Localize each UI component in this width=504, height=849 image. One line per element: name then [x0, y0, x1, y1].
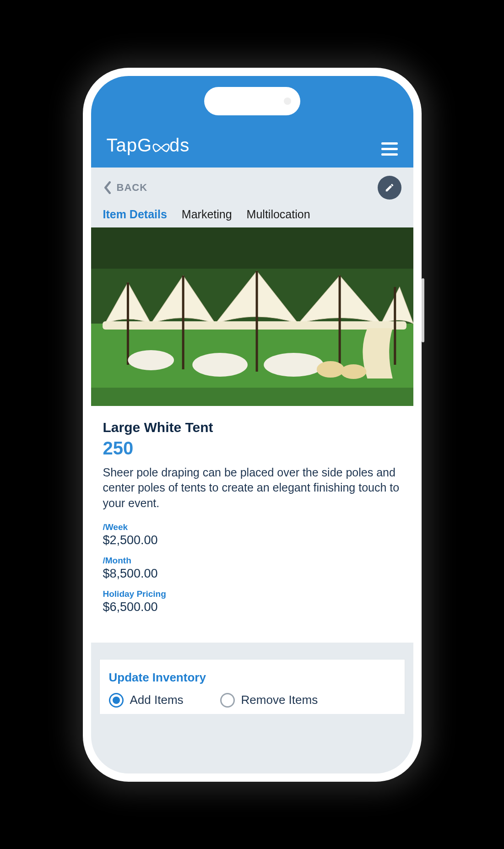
back-button[interactable]: BACK	[103, 181, 148, 194]
edit-button[interactable]	[378, 176, 401, 200]
price-label: /Week	[103, 522, 401, 532]
svg-rect-1	[91, 227, 413, 269]
radio-label: Add Items	[130, 693, 184, 707]
tabs: Item Details Marketing Multilocation	[103, 208, 401, 227]
screen: TapG ds BACK	[91, 76, 413, 773]
app-logo: TapG ds	[107, 135, 190, 156]
logo-infinity-icon	[151, 137, 170, 157]
update-inventory-title: Update Inventory	[109, 671, 396, 685]
price-label: Holiday Pricing	[103, 589, 401, 599]
svg-point-10	[128, 350, 174, 370]
svg-rect-4	[103, 321, 406, 330]
item-details-panel: Large White Tent 250 Sheer pole draping …	[91, 406, 413, 643]
tab-item-details[interactable]: Item Details	[103, 208, 167, 221]
radio-add-items[interactable]: Add Items	[109, 693, 184, 708]
svg-point-14	[341, 364, 366, 379]
svg-point-11	[192, 353, 248, 377]
svg-point-12	[264, 353, 324, 377]
price-value: $6,500.00	[103, 600, 401, 614]
logo-text-part2: ds	[169, 135, 190, 156]
inventory-radio-group: Add Items Remove Items	[109, 693, 396, 708]
item-hero-image	[91, 227, 413, 406]
phone-mockup: TapG ds BACK	[83, 68, 422, 782]
pencil-icon	[385, 183, 395, 193]
back-row: BACK	[103, 176, 401, 200]
back-label: BACK	[117, 182, 148, 194]
update-inventory-panel: Update Inventory Add Items Remove Items	[99, 659, 405, 714]
svg-point-13	[316, 361, 344, 378]
tab-multilocation[interactable]: Multilocation	[247, 208, 310, 221]
item-description: Sheer pole draping can be placed over th…	[103, 465, 401, 511]
item-title: Large White Tent	[103, 420, 401, 435]
price-label: /Month	[103, 556, 401, 566]
phone-notch	[204, 87, 300, 115]
hamburger-menu-icon[interactable]	[381, 142, 398, 156]
chevron-left-icon	[103, 181, 112, 194]
section-gap	[91, 643, 413, 659]
price-value: $2,500.00	[103, 533, 401, 547]
price-week: /Week $2,500.00	[103, 522, 401, 547]
subheader: BACK Item Details Marketing Multilocatio…	[91, 168, 413, 227]
tab-marketing[interactable]: Marketing	[182, 208, 232, 221]
radio-indicator-icon	[220, 693, 235, 708]
item-quantity: 250	[103, 438, 401, 459]
radio-label: Remove Items	[241, 693, 318, 707]
svg-rect-3	[91, 388, 413, 406]
logo-text-part1: TapG	[107, 135, 152, 156]
price-month: /Month $8,500.00	[103, 556, 401, 581]
phone-frame: TapG ds BACK	[83, 68, 422, 782]
radio-indicator-icon	[109, 693, 124, 708]
price-value: $8,500.00	[103, 567, 401, 581]
radio-remove-items[interactable]: Remove Items	[220, 693, 318, 708]
price-holiday: Holiday Pricing $6,500.00	[103, 589, 401, 614]
